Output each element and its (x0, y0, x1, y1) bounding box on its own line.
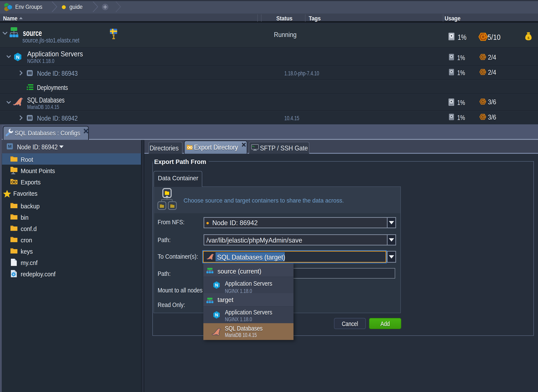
svg-text:N: N (16, 54, 20, 60)
svg-text:N: N (215, 283, 218, 287)
svg-text:N: N (215, 313, 218, 317)
svg-text:$: $ (528, 36, 529, 40)
